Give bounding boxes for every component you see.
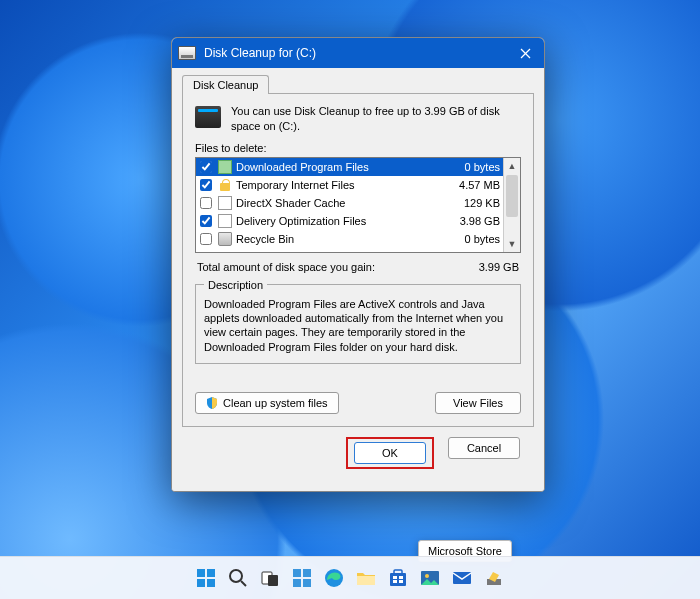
- svg-rect-11: [303, 569, 311, 577]
- window-title: Disk Cleanup for (C:): [204, 46, 506, 60]
- svg-rect-12: [293, 579, 301, 587]
- green-icon: [218, 160, 232, 174]
- file-size: 3.98 GB: [446, 215, 500, 227]
- file-name: Downloaded Program Files: [236, 161, 442, 173]
- desktop-wallpaper: Disk Cleanup for (C:) Disk Cleanup You c…: [0, 0, 700, 599]
- intro-text: You can use Disk Cleanup to free up to 3…: [231, 104, 521, 134]
- file-checkbox[interactable]: [200, 161, 212, 173]
- file-row[interactable]: Temporary Internet Files4.57 MB: [196, 176, 504, 194]
- svg-rect-18: [393, 576, 397, 579]
- svg-rect-24: [453, 572, 471, 584]
- file-icon: [218, 214, 232, 228]
- file-checkbox[interactable]: [200, 197, 212, 209]
- photos-button[interactable]: [417, 565, 443, 591]
- description-group: Description Downloaded Program Files are…: [195, 279, 521, 364]
- svg-rect-5: [207, 579, 215, 587]
- tab-panel: You can use Disk Cleanup to free up to 3…: [182, 93, 534, 427]
- svg-point-6: [230, 570, 242, 582]
- file-name: Recycle Bin: [236, 233, 442, 245]
- close-button[interactable]: [506, 38, 544, 68]
- file-size: 0 bytes: [446, 233, 500, 245]
- total-value: 3.99 GB: [479, 261, 519, 273]
- view-files-button[interactable]: View Files: [435, 392, 521, 414]
- description-legend: Description: [204, 279, 267, 291]
- description-text: Downloaded Program Files are ActiveX con…: [204, 297, 512, 355]
- file-row[interactable]: Delivery Optimization Files3.98 GB: [196, 212, 504, 230]
- svg-rect-13: [303, 579, 311, 587]
- cleanup-icon: [195, 106, 221, 128]
- svg-rect-17: [394, 570, 402, 574]
- edge-button[interactable]: [321, 565, 347, 591]
- scroll-thumb[interactable]: [506, 175, 518, 217]
- svg-rect-15: [357, 576, 375, 585]
- disk-cleanup-dialog: Disk Cleanup for (C:) Disk Cleanup You c…: [171, 37, 545, 492]
- file-name: DirectX Shader Cache: [236, 197, 442, 209]
- taskbar: [0, 556, 700, 599]
- cleanup-system-files-label: Clean up system files: [223, 397, 328, 409]
- taskview-button[interactable]: [257, 565, 283, 591]
- lock-icon: [218, 178, 232, 192]
- widgets-button[interactable]: [289, 565, 315, 591]
- svg-rect-19: [399, 576, 403, 579]
- start-button[interactable]: [193, 565, 219, 591]
- svg-rect-21: [399, 580, 403, 583]
- svg-point-23: [425, 574, 429, 578]
- file-row[interactable]: DirectX Shader Cache129 KB: [196, 194, 504, 212]
- file-list: Downloaded Program Files0 bytesTemporary…: [195, 157, 521, 253]
- file-row[interactable]: Downloaded Program Files0 bytes: [196, 158, 504, 176]
- file-checkbox[interactable]: [200, 215, 212, 227]
- ok-button[interactable]: OK: [354, 442, 426, 464]
- search-button[interactable]: [225, 565, 251, 591]
- view-files-label: View Files: [453, 397, 503, 409]
- mail-button[interactable]: [449, 565, 475, 591]
- file-size: 4.57 MB: [446, 179, 500, 191]
- disk-cleanup-taskbar-button[interactable]: [481, 565, 507, 591]
- total-label: Total amount of disk space you gain:: [197, 261, 479, 273]
- file-explorer-button[interactable]: [353, 565, 379, 591]
- scroll-down-icon[interactable]: ▼: [504, 236, 520, 252]
- scrollbar[interactable]: ▲ ▼: [503, 158, 520, 252]
- file-icon: [218, 196, 232, 210]
- close-icon: [520, 48, 531, 59]
- file-size: 0 bytes: [446, 161, 500, 173]
- svg-rect-10: [293, 569, 301, 577]
- svg-rect-9: [268, 575, 278, 586]
- shield-icon: [206, 397, 218, 409]
- titlebar[interactable]: Disk Cleanup for (C:): [172, 38, 544, 68]
- cleanup-system-files-button[interactable]: Clean up system files: [195, 392, 339, 414]
- microsoft-store-button[interactable]: [385, 565, 411, 591]
- file-name: Temporary Internet Files: [236, 179, 442, 191]
- svg-line-7: [241, 581, 246, 586]
- file-checkbox[interactable]: [200, 233, 212, 245]
- scroll-up-icon[interactable]: ▲: [504, 158, 520, 174]
- svg-rect-3: [207, 569, 215, 577]
- bin-icon: [218, 232, 232, 246]
- files-to-delete-label: Files to delete:: [195, 142, 521, 154]
- file-name: Delivery Optimization Files: [236, 215, 442, 227]
- file-checkbox[interactable]: [200, 179, 212, 191]
- file-size: 129 KB: [446, 197, 500, 209]
- file-row[interactable]: Recycle Bin0 bytes: [196, 230, 504, 248]
- svg-rect-16: [390, 573, 406, 586]
- ok-highlight: OK: [346, 437, 434, 469]
- svg-rect-2: [197, 569, 205, 577]
- tab-disk-cleanup[interactable]: Disk Cleanup: [182, 75, 269, 94]
- cancel-button[interactable]: Cancel: [448, 437, 520, 459]
- svg-rect-4: [197, 579, 205, 587]
- svg-rect-20: [393, 580, 397, 583]
- drive-icon: [178, 46, 196, 60]
